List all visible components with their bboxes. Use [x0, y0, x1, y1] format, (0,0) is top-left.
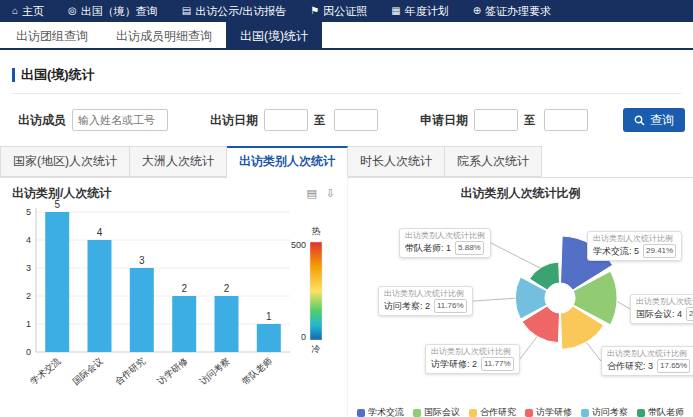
download-icon[interactable]: ⇩ [326, 188, 335, 199]
pie-chart-panel: 出访类别人次统计比例 出访类别人次统计比例带队老师: 15.88%出访类别人次统… [347, 178, 693, 417]
subnav-item-0[interactable]: 出访团组查询 [2, 22, 102, 48]
legend-label: 访学研修 [536, 406, 572, 417]
svg-text:冷: 冷 [312, 344, 321, 354]
legend-item-2[interactable]: 合作研究 [469, 406, 516, 417]
tooltip-series-name: 出访类别人次统计比例 [607, 349, 690, 359]
nav-item-label: 出国（境）查询 [81, 4, 158, 19]
data-view-icon[interactable]: ▤ [306, 188, 316, 199]
bar-chart-title: 出访类别/人次统计 [12, 185, 111, 202]
svg-text:500: 500 [291, 240, 306, 250]
svg-text:热: 热 [312, 226, 321, 236]
subnav-item-1[interactable]: 出访成员明细查询 [102, 22, 226, 48]
tooltip-series-name: 出访类别人次统计比例 [593, 234, 676, 244]
tooltip-value-line: 国际会议: 423.53% [636, 307, 693, 321]
search-button[interactable]: 查询 [623, 108, 685, 132]
member-label: 出访成员 [18, 112, 66, 129]
svg-text:合作研究: 合作研究 [113, 356, 147, 387]
legend-label: 带队老师 [648, 406, 684, 417]
legend-item-4[interactable]: 访问考察 [581, 406, 628, 417]
pie-tooltip-3: 出访类别人次统计比例访学研修: 211.77% [425, 344, 520, 374]
pie-tooltip-1: 出访类别人次统计比例国际会议: 423.53% [630, 294, 693, 324]
subnav: 出访团组查询出访成员明细查询出国(境)统计 [0, 22, 693, 50]
stat-tab-1[interactable]: 大洲人次统计 [130, 146, 227, 177]
tooltip-series-name: 出访类别人次统计比例 [431, 347, 514, 357]
filter-row: 出访成员 出访日期 至 申请日期 至 查询 [0, 108, 693, 132]
legend-label: 国际会议 [424, 406, 460, 417]
svg-text:2: 2 [26, 291, 31, 301]
nav-item-label: 主页 [22, 4, 44, 19]
tooltip-value-line: 访学研修: 211.77% [431, 357, 514, 371]
legend-item-0[interactable]: 学术交流 [357, 406, 404, 417]
svg-text:带队老师: 带队老师 [240, 356, 274, 387]
legend-label: 合作研究 [480, 406, 516, 417]
stat-tab-0[interactable]: 国家(地区)人次统计 [0, 146, 130, 177]
charts-area: 出访类别/人次统计 ▤ ⇩ 0123455学术交流4国际会议3合作研究2访学研修… [0, 178, 693, 417]
stat-tabs: 国家(地区)人次统计大洲人次统计出访类别人次统计时长人次统计院系人次统计 [0, 146, 693, 178]
visa-icon: ⊕ [473, 6, 481, 16]
nav-item-0[interactable]: ⌂主页 [12, 4, 44, 19]
bar-chart-panel: 出访类别/人次统计 ▤ ⇩ 0123455学术交流4国际会议3合作研究2访学研修… [0, 178, 347, 417]
legend-item-3[interactable]: 访学研修 [525, 406, 572, 417]
svg-text:5: 5 [54, 200, 60, 210]
pie-legend: 学术交流国际会议合作研究访学研修访问考察带队老师 [348, 406, 693, 417]
apply-range-separator: 至 [524, 113, 535, 128]
member-input[interactable] [72, 109, 168, 131]
pie-tooltip-0: 出访类别人次统计比例学术交流: 529.41% [587, 231, 682, 261]
nav-item-1[interactable]: ◎出国（境）查询 [68, 4, 158, 19]
svg-text:0: 0 [301, 332, 306, 342]
legend-item-1[interactable]: 国际会议 [413, 406, 460, 417]
svg-text:2: 2 [224, 283, 230, 294]
bar-chart-header: 出访类别/人次统计 ▤ ⇩ [0, 178, 347, 200]
search-icon [634, 115, 645, 126]
svg-text:访学研修: 访学研修 [155, 356, 190, 387]
page: ⌂主页◎出国（境）查询▤出访公示/出访报告⚑因公证照▦年度计划⊕签证办理要求 出… [0, 0, 693, 417]
visit-range-separator: 至 [314, 113, 325, 128]
tooltip-label: 国际会议: 4 [636, 308, 682, 320]
stat-tab-3[interactable]: 时长人次统计 [348, 146, 445, 177]
tooltip-series-name: 出访类别人次统计比例 [405, 231, 485, 241]
tooltip-label: 带队老师: 1 [405, 242, 451, 254]
svg-text:3: 3 [26, 263, 31, 273]
svg-text:5: 5 [26, 207, 31, 217]
nav-item-4[interactable]: ▦年度计划 [391, 4, 448, 19]
legend-item-5[interactable]: 带队老师 [637, 406, 684, 417]
stat-tab-4[interactable]: 院系人次统计 [445, 146, 542, 177]
apply-date-start-input[interactable] [474, 109, 518, 131]
legend-swatch [357, 409, 365, 417]
visit-date-end-input[interactable] [334, 109, 378, 131]
svg-text:1: 1 [266, 311, 272, 322]
nav-item-label: 因公证照 [323, 4, 367, 19]
page-title: 出国(境)统计 [21, 66, 95, 84]
tooltip-value-line: 合作研究: 317.65% [607, 359, 690, 373]
nav-item-label: 签证办理要求 [485, 4, 551, 19]
nav-item-3[interactable]: ⚑因公证照 [310, 4, 367, 19]
content: 出国(境)统计 出访成员 出访日期 至 申请日期 至 查询 国家(地区)人次统计… [0, 66, 693, 417]
tooltip-value-line: 带队老师: 15.88% [405, 241, 485, 255]
nav-item-5[interactable]: ⊕签证办理要求 [473, 4, 551, 19]
subnav-item-2[interactable]: 出国(境)统计 [226, 22, 322, 48]
tooltip-series-name: 出访类别人次统计比例 [384, 289, 467, 299]
apply-date-end-input[interactable] [544, 109, 588, 131]
tooltip-percent: 17.65% [657, 359, 690, 373]
section-header: 出国(境)统计 [12, 66, 681, 94]
tooltip-percent: 5.88% [455, 241, 484, 255]
visit-date-start-input[interactable] [264, 109, 308, 131]
legend-swatch [637, 409, 645, 417]
stat-tab-2[interactable]: 出访类别人次统计 [227, 146, 348, 178]
pie-tooltip-5: 出访类别人次统计比例带队老师: 15.88% [399, 228, 491, 258]
tooltip-series-name: 出访类别人次统计比例 [636, 297, 693, 307]
tooltip-value-line: 学术交流: 529.41% [593, 244, 676, 258]
visit-date-label: 出访日期 [210, 112, 258, 129]
legend-swatch [581, 409, 589, 417]
nav-item-2[interactable]: ▤出访公示/出访报告 [182, 4, 287, 19]
legend-label: 访问考察 [592, 406, 628, 417]
tooltip-percent: 23.53% [686, 307, 693, 321]
svg-text:国际会议: 国际会议 [71, 356, 105, 387]
nav-item-label: 出访公示/出访报告 [195, 4, 286, 19]
accent-bar [12, 68, 15, 82]
tooltip-label: 学术交流: 5 [593, 245, 639, 257]
svg-text:2: 2 [181, 283, 187, 294]
legend-swatch [413, 409, 421, 417]
tooltip-label: 访学研修: 2 [431, 358, 477, 370]
svg-text:学术交流: 学术交流 [28, 356, 62, 387]
